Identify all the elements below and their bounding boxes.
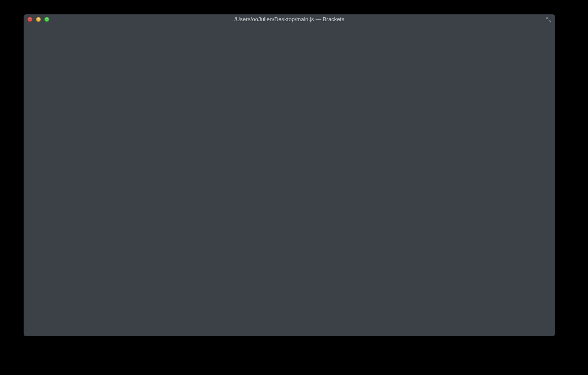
editor-area[interactable] — [24, 24, 555, 336]
minimize-button[interactable]: − — [36, 17, 41, 22]
fullscreen-button[interactable] — [546, 17, 552, 23]
close-icon: × — [29, 18, 31, 21]
app-window: × − + /Users/ooJulien/Desktop/main.js — … — [24, 14, 555, 336]
titlebar[interactable]: × − + /Users/ooJulien/Desktop/main.js — … — [24, 14, 555, 24]
traffic-lights: × − + — [27, 17, 49, 22]
minimize-icon: − — [38, 18, 40, 21]
close-button[interactable]: × — [27, 17, 32, 22]
zoom-icon: + — [46, 18, 48, 21]
window-title: /Users/ooJulien/Desktop/main.js — Bracke… — [24, 16, 555, 22]
fullscreen-icon — [546, 17, 551, 22]
zoom-button[interactable]: + — [44, 17, 49, 22]
